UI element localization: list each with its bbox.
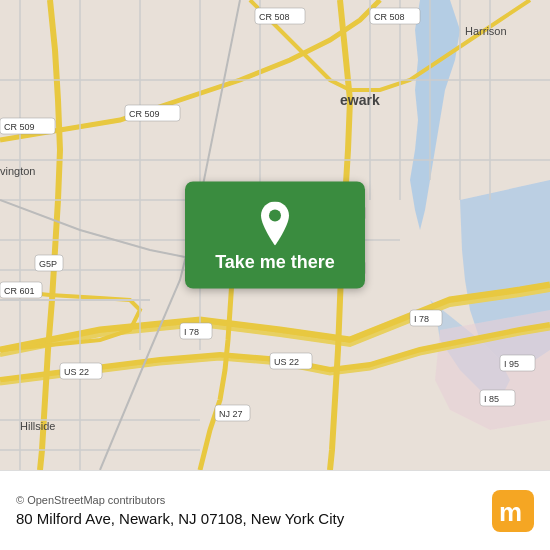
svg-text:CR 508: CR 508 xyxy=(374,12,405,22)
footer-bar: © OpenStreetMap contributors 80 Milford … xyxy=(0,470,550,550)
take-me-there-label: Take me there xyxy=(215,252,335,273)
svg-text:Hillside: Hillside xyxy=(20,420,55,432)
moovit-logo-icon: m xyxy=(492,490,534,532)
svg-text:CR 509: CR 509 xyxy=(4,122,35,132)
footer-info: © OpenStreetMap contributors 80 Milford … xyxy=(16,494,344,527)
svg-text:US 22: US 22 xyxy=(64,367,89,377)
svg-text:CR 508: CR 508 xyxy=(259,12,290,22)
moovit-logo: m xyxy=(492,490,534,532)
location-pin-icon xyxy=(257,202,293,246)
svg-text:US 22: US 22 xyxy=(274,357,299,367)
svg-text:I 95: I 95 xyxy=(504,359,519,369)
svg-text:vington: vington xyxy=(0,165,35,177)
svg-point-53 xyxy=(269,210,281,222)
svg-text:I 78: I 78 xyxy=(414,314,429,324)
svg-text:NJ 27: NJ 27 xyxy=(219,409,243,419)
svg-text:I 78: I 78 xyxy=(184,327,199,337)
svg-text:CR 509: CR 509 xyxy=(129,109,160,119)
svg-text:m: m xyxy=(499,497,522,527)
osm-attribution: © OpenStreetMap contributors xyxy=(16,494,344,506)
svg-text:CR 601: CR 601 xyxy=(4,286,35,296)
map-view: CR 509 CR 509 CR 508 CR 508 NJ 21 NJ 21 … xyxy=(0,0,550,470)
svg-text:G5P: G5P xyxy=(39,259,57,269)
svg-text:ewark: ewark xyxy=(340,92,380,108)
address-label: 80 Milford Ave, Newark, NJ 07108, New Yo… xyxy=(16,510,344,527)
take-me-there-button[interactable]: Take me there xyxy=(185,182,365,289)
svg-text:I 85: I 85 xyxy=(484,394,499,404)
svg-text:Harrison: Harrison xyxy=(465,25,507,37)
